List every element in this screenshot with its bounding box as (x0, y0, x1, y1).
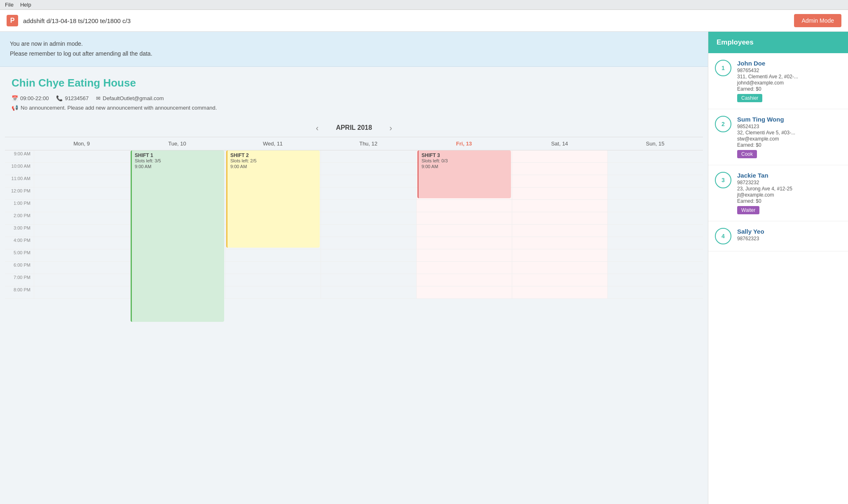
emp-avatar: 2 (715, 116, 731, 132)
emp-role-badge: Waiter (737, 206, 759, 214)
day-cell-r1-c6 (607, 163, 703, 175)
emp-name: Sally Yeo (737, 228, 841, 235)
day-cell-r3-c3 (321, 188, 416, 200)
emp-phone: 98723232 (737, 180, 841, 185)
announcement-icon: 📢 (12, 105, 18, 111)
day-cell-r11-c6 (607, 286, 703, 299)
prev-month-button[interactable]: ‹ (312, 122, 323, 134)
day-cell-r3-c6 (607, 188, 703, 200)
day-cell-r6-c6 (607, 225, 703, 237)
day-cell-r1-c0 (34, 163, 129, 175)
outlet-hours: 📅 09:00-22:00 (12, 95, 49, 101)
time-label-0: 9:00 AM (5, 150, 34, 163)
outlet-section: Chin Chye Eating House 📅 09:00-22:00 📞 9… (0, 67, 708, 117)
day-header-fri: Fri, 13 (416, 137, 512, 150)
day-cell-r9-c5 (512, 262, 607, 274)
command-input[interactable] (23, 17, 789, 24)
employee-card-2[interactable]: 2Sum Ting Wong9852412332, Clementi Ave 5… (708, 109, 848, 165)
employee-card-3[interactable]: 3Jackie Tan9872323223, Jurong Ave 4, #12… (708, 165, 848, 221)
shift-time: 9:00 AM (422, 164, 508, 169)
month-year-label: APRIL 2018 (336, 124, 372, 131)
employee-card-1[interactable]: 1John Doe98765432311, Clementi Ave 2, #0… (708, 53, 848, 109)
day-cell-r11-c2 (225, 286, 321, 299)
time-label-3: 12:00 PM (5, 188, 34, 200)
employee-card-4[interactable]: 4Sally Yeo98762323 (708, 221, 848, 251)
day-cell-r8-c4 (416, 249, 512, 262)
time-label-4: 1:00 PM (5, 200, 34, 212)
shift-block-shift1[interactable]: SHIFT 1Slots left: 3/59:00 AM (131, 150, 224, 322)
emp-role-badge: Cashier (737, 94, 762, 102)
shift-title: SHIFT 2 (230, 152, 317, 158)
time-label-10: 7:00 PM (5, 274, 34, 286)
left-panel: You are now in admin mode. Please rememb… (0, 32, 708, 504)
admin-notice-line2: Please remember to log out after amendin… (10, 49, 698, 59)
day-cell-r0-c3 (321, 150, 416, 163)
day-cell-r10-c5 (512, 274, 607, 286)
emp-email: jt@example.com (737, 192, 841, 198)
emp-avatar: 1 (715, 60, 731, 76)
day-cell-r3-c0 (34, 188, 129, 200)
emp-phone: 98524123 (737, 124, 841, 129)
day-cell-r9-c2 (225, 262, 321, 274)
admin-mode-button[interactable]: Admin Mode (794, 14, 841, 27)
outlet-announcement: 📢 No announcement. Please add new announ… (12, 105, 696, 111)
day-cell-r4-c6 (607, 200, 703, 212)
day-cell-r0-c2: SHIFT 2Slots left: 2/59:00 AM (225, 150, 321, 163)
email-icon: ✉ (96, 95, 101, 101)
day-cell-r0-c4: SHIFT 3Slots left: 0/39:00 AM (416, 150, 512, 163)
shift-time: 9:00 AM (230, 164, 317, 169)
day-cell-r10-c3 (321, 274, 416, 286)
shift-block-shift3[interactable]: SHIFT 3Slots left: 0/39:00 AM (417, 150, 511, 198)
emp-earned: Earned: $0 (737, 142, 841, 148)
shift-block-shift2[interactable]: SHIFT 2Slots left: 2/59:00 AM (226, 150, 320, 248)
day-cell-r6-c4 (416, 225, 512, 237)
emp-info: Sally Yeo98762323 (737, 228, 841, 242)
day-cell-r5-c6 (607, 212, 703, 225)
emp-earned: Earned: $0 (737, 86, 841, 92)
day-cell-r7-c0 (34, 237, 129, 249)
shift-title: SHIFT 1 (135, 152, 221, 158)
admin-notice: You are now in admin mode. Please rememb… (0, 32, 708, 67)
calendar-container: Mon, 9Tue, 10Wed, 11Thu, 12Fri, 13Sat, 1… (0, 137, 708, 305)
day-cell-r5-c0 (34, 212, 129, 225)
day-cell-r0-c0 (34, 150, 129, 163)
calendar-icon: 📅 (12, 95, 18, 101)
emp-earned: Earned: $0 (737, 198, 841, 204)
day-cell-r11-c3 (321, 286, 416, 299)
calendar-nav: ‹ APRIL 2018 › (0, 117, 708, 137)
emp-phone: 98762323 (737, 236, 841, 241)
outlet-name: Chin Chye Eating House (12, 77, 696, 89)
emp-email: johnd@example.com (737, 80, 841, 86)
day-cell-r10-c0 (34, 274, 129, 286)
emp-email: stw@example.com (737, 136, 841, 142)
day-cell-r2-c0 (34, 175, 129, 188)
phone-icon: 📞 (56, 95, 63, 101)
emp-info: John Doe98765432311, Clementi Ave 2, #02… (737, 60, 841, 102)
time-label-1: 10:00 AM (5, 163, 34, 175)
shift-slots: Slots left: 2/5 (230, 158, 317, 163)
day-cell-r8-c2 (225, 249, 321, 262)
day-cell-r9-c3 (321, 262, 416, 274)
app-logo: P (7, 15, 18, 26)
emp-name: John Doe (737, 60, 841, 67)
day-cell-r10-c4 (416, 274, 512, 286)
main-layout: You are now in admin mode. Please rememb… (0, 32, 848, 504)
day-cell-r8-c6 (607, 249, 703, 262)
day-header-sun: Sun, 15 (607, 137, 703, 150)
emp-address: 32, Clementi Ave 5, #03-... (737, 130, 841, 136)
menu-help[interactable]: Help (20, 2, 31, 8)
emp-avatar: 3 (715, 172, 731, 188)
next-month-button[interactable]: › (385, 122, 396, 134)
admin-notice-line1: You are now in admin mode. (10, 39, 698, 49)
day-cell-r3-c5 (512, 188, 607, 200)
time-label-9: 6:00 PM (5, 262, 34, 274)
menu-file[interactable]: File (5, 2, 14, 8)
emp-name: Sum Ting Wong (737, 116, 841, 123)
day-cell-r11-c4 (416, 286, 512, 299)
day-cell-r0-c1: SHIFT 1Slots left: 3/59:00 AM (129, 150, 225, 163)
day-cell-r8-c3 (321, 249, 416, 262)
outlet-meta: 📅 09:00-22:00 📞 91234567 ✉ DefaultOutlet… (12, 95, 696, 101)
emp-role-badge: Cook (737, 150, 757, 158)
shift-time: 9:00 AM (135, 164, 221, 169)
emp-avatar: 4 (715, 228, 731, 244)
